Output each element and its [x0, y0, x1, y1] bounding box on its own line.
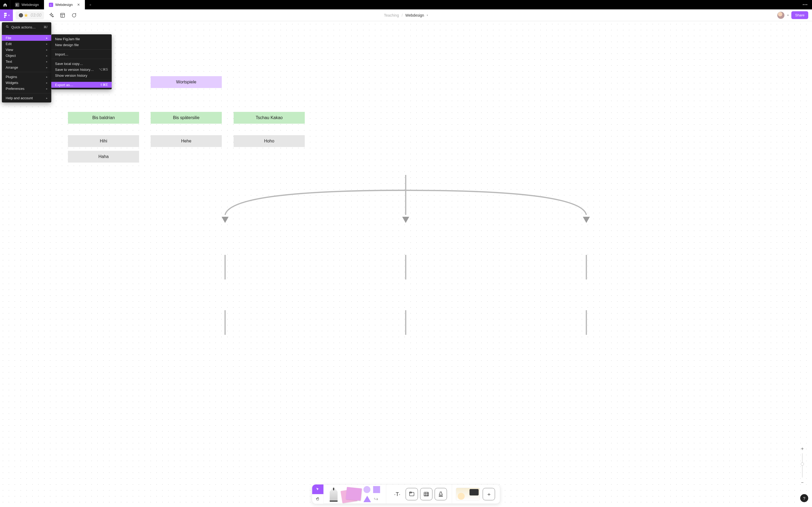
triangle-icon — [364, 496, 371, 502]
timer-text: 03:00 — [31, 13, 41, 18]
quick-actions-shortcut: ⌘/ — [44, 25, 48, 29]
svg-point-4 — [4, 16, 6, 18]
menu-item[interactable]: Save to version history…⌥⌘S — [51, 66, 112, 72]
file-submenu: New FigJam fileNew design file Import… S… — [51, 34, 112, 89]
shape-tool[interactable]: ↪ — [364, 486, 383, 502]
tab-inactive[interactable]: ◧ Webdesign — [10, 0, 44, 9]
svg-point-3 — [5, 14, 7, 16]
menu-item[interactable]: View▸ — [2, 47, 51, 53]
connector-icon: ↪ — [374, 496, 378, 502]
close-icon[interactable]: ✕ — [77, 3, 80, 7]
crumb-root[interactable]: Teaching — [384, 13, 399, 17]
search-icon — [6, 25, 9, 29]
figjam-file-icon: ⟈ — [49, 3, 53, 7]
node-text: Hehe — [181, 139, 191, 144]
home-button[interactable] — [0, 0, 10, 9]
crumb-separator: / — [402, 13, 403, 17]
chevron-down-icon[interactable]: ▾ — [427, 14, 428, 17]
canvas[interactable]: Wortspiele Bis baldrian Bis spätersilie … — [0, 21, 812, 507]
select-tool[interactable] — [312, 485, 323, 494]
menu-item[interactable]: Export as…⇧⌘E — [51, 82, 112, 88]
section-tool[interactable] — [406, 488, 418, 500]
node-text: Haha — [98, 154, 108, 159]
app-toolbar: ▾ ★ 03:00 Teaching / Webdesign ▾ ▾ Share — [0, 9, 812, 21]
menu-item-label: Show version history — [55, 73, 87, 77]
node-root[interactable]: Wortspiele — [151, 76, 222, 88]
tab-label: Webdesign — [21, 3, 39, 7]
stamp-tool[interactable] — [435, 488, 447, 500]
node-a1[interactable]: Hihi — [68, 135, 139, 147]
menu-item-label: Text — [6, 60, 12, 64]
presence-avatar — [18, 13, 23, 18]
chevron-right-icon: ▸ — [46, 75, 48, 78]
menu-item-label: Help and account — [6, 96, 33, 100]
menu-item[interactable]: Help and account▸ — [2, 95, 51, 101]
node-c[interactable]: Tschau Kakao — [234, 112, 305, 124]
node-b[interactable]: Bis spätersilie — [151, 112, 222, 124]
chevron-right-icon: ▸ — [46, 87, 48, 90]
menu-item-shortcut: ⇧⌘E — [100, 83, 108, 87]
menu-item[interactable]: Object▸ — [2, 53, 51, 58]
node-text: Hoho — [264, 139, 274, 144]
more-tools-button[interactable]: ＋ — [483, 488, 495, 500]
menu-item[interactable]: File▸ — [2, 35, 51, 41]
node-c1[interactable]: Hoho — [234, 135, 305, 147]
crumb-file[interactable]: Webdesign — [405, 13, 424, 17]
zoom-slider[interactable] — [802, 453, 803, 477]
timer-widget[interactable]: ★ 03:00 — [15, 11, 44, 19]
hand-tool[interactable] — [312, 494, 323, 504]
menu-item-label: View — [6, 48, 13, 52]
menu-item[interactable]: Arrange▸ — [2, 64, 51, 70]
svg-point-1 — [5, 13, 7, 14]
zoom-out-button[interactable]: － — [799, 479, 806, 486]
node-b1[interactable]: Hehe — [151, 135, 222, 147]
chevron-right-icon: ▸ — [46, 66, 48, 69]
window-more-button[interactable]: ••• — [799, 0, 812, 9]
menu-item[interactable]: New design file — [51, 42, 112, 48]
chevron-down-icon: ▾ — [8, 14, 10, 17]
star-icon: ★ — [23, 12, 29, 18]
layout-icon[interactable] — [58, 11, 66, 19]
marker-tool[interactable] — [330, 487, 338, 502]
help-button[interactable]: ? — [800, 494, 808, 502]
table-tool[interactable] — [420, 488, 433, 500]
breadcrumb[interactable]: Teaching / Webdesign ▾ — [384, 13, 428, 17]
node-text: Bis spätersilie — [173, 115, 200, 120]
menu-item[interactable]: New FigJam file — [51, 36, 112, 42]
share-button[interactable]: Share — [791, 11, 808, 19]
menu-item[interactable]: Import… — [51, 51, 112, 57]
node-a[interactable]: Bis baldrian — [68, 112, 139, 124]
tab-active[interactable]: ⟈ Webdesign ✕ — [44, 0, 85, 9]
rectangle-icon — [373, 486, 380, 493]
main-menu-button[interactable]: ▾ — [0, 9, 13, 21]
new-tab-button[interactable]: ＋ — [85, 0, 96, 9]
window-tabbar: ◧ Webdesign ⟈ Webdesign ✕ ＋ ••• — [0, 0, 812, 9]
templates-button[interactable] — [456, 488, 480, 501]
zoom-in-button[interactable]: ＋ — [799, 445, 806, 452]
menu-item-label: Save to version history… — [55, 68, 94, 72]
node-a2[interactable]: Haha — [68, 151, 139, 163]
menu-item[interactable]: Plugins▸ — [2, 74, 51, 80]
chevron-right-icon: ▸ — [46, 60, 48, 63]
chevron-down-icon[interactable]: ▾ — [787, 14, 789, 17]
menu-item[interactable]: Preferences▸ — [2, 86, 51, 92]
menu-item-label: Edit — [6, 42, 11, 46]
menu-item[interactable]: Show version history — [51, 72, 112, 78]
menu-item-label: Plugins — [6, 75, 17, 79]
menu-item[interactable]: Save local copy… — [51, 61, 112, 66]
text-tool[interactable]: ·T· — [391, 488, 404, 500]
avatar[interactable] — [777, 11, 784, 19]
menu-item[interactable]: Edit▸ — [2, 41, 51, 47]
comment-icon[interactable] — [70, 11, 78, 19]
menu-item-label: Import… — [55, 52, 68, 56]
sticky-tool[interactable] — [341, 487, 362, 502]
chevron-right-icon: ▸ — [46, 37, 48, 40]
quick-actions-row[interactable]: Quick actions… ⌘/ — [2, 24, 51, 32]
menu-item[interactable]: Text▸ — [2, 58, 51, 64]
menu-item-label: File — [6, 36, 11, 40]
tab-label: Webdesign — [55, 3, 73, 7]
menu-item-label: Widgets — [6, 81, 18, 85]
ai-spark-icon[interactable] — [47, 11, 55, 19]
menu-item[interactable]: Widgets▸ — [2, 80, 51, 86]
menu-item-label: Preferences — [6, 87, 24, 91]
